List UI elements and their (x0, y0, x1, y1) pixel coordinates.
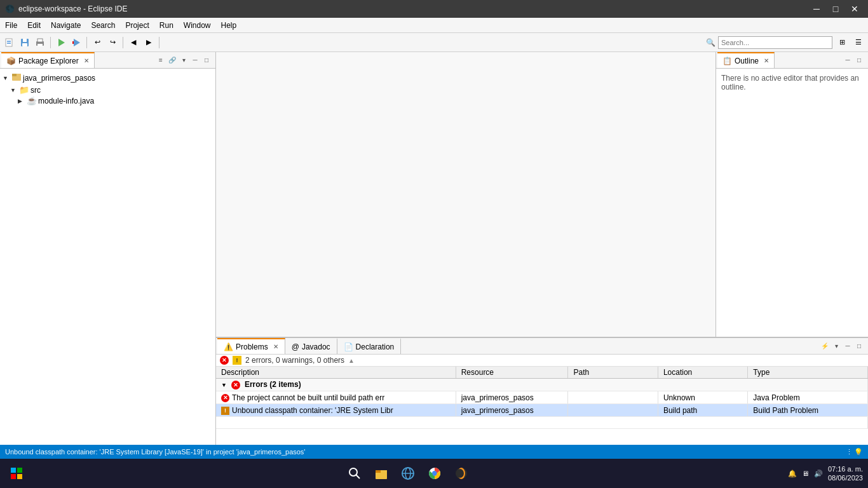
problem-1-error-icon: ✕ (221, 394, 229, 402)
javadoc-label: Javadoc (302, 342, 330, 351)
menu-window[interactable]: Window (179, 18, 216, 32)
problem-1-location: Unknown (658, 391, 747, 404)
declaration-icon: 📄 (344, 342, 353, 351)
minimize-panel-button[interactable]: ─ (190, 55, 200, 65)
taskbar-chrome[interactable] (423, 462, 446, 485)
problems-minimize-button[interactable]: ─ (843, 341, 853, 351)
maximize-panel-button[interactable]: □ (201, 55, 212, 65)
toolbar-undo-button[interactable]: ↩ (90, 36, 104, 50)
group-error-icon: ✕ (231, 381, 240, 390)
package-explorer-close-icon[interactable]: ✕ (84, 57, 89, 64)
module-label: module-info.java (38, 97, 94, 105)
tree-src-item[interactable]: ▼ 📁 src (0, 85, 215, 95)
toolbar-sep-4 (159, 37, 159, 48)
bottom-tab-controls: ⚡ ▾ ─ □ (820, 341, 867, 351)
taskbar-eclipse[interactable] (450, 462, 473, 485)
menu-navigate[interactable]: Navigate (46, 18, 86, 32)
menu-help[interactable]: Help (216, 18, 242, 32)
svg-line-20 (356, 475, 360, 479)
toolbar-print-button[interactable] (33, 36, 47, 50)
bottom-content: ✕ ! 2 errors, 0 warnings, 0 others ▲ Des… (216, 355, 868, 445)
src-expand-arrow[interactable]: ▼ (10, 87, 18, 93)
svg-rect-8 (37, 44, 43, 46)
toolbar-redo-button[interactable]: ↪ (105, 36, 119, 50)
problems-close-icon[interactable]: ✕ (273, 343, 278, 350)
package-explorer-label: Package Explorer (18, 57, 79, 65)
toolbar-new-button[interactable] (3, 36, 17, 50)
taskbar-browser[interactable] (397, 462, 419, 485)
problem-1-description: ✕ The project cannot be built until buil… (216, 391, 456, 404)
outline-minimize-button[interactable]: ─ (843, 55, 853, 65)
col-type[interactable]: Type (748, 367, 868, 379)
menu-search[interactable]: Search (86, 18, 120, 32)
svg-point-19 (349, 468, 357, 476)
tree-module-item[interactable]: ▶ ☕ module-info.java (0, 95, 215, 106)
toolbar-forward-button[interactable]: ▶ (142, 36, 156, 50)
outline-maximize-button[interactable]: □ (854, 55, 864, 65)
svg-marker-10 (74, 39, 80, 46)
problems-tab[interactable]: ⚠️ Problems ✕ (217, 338, 285, 354)
problems-view-menu-button[interactable]: ▾ (831, 341, 841, 351)
collapse-all-button[interactable]: ≡ (156, 55, 166, 65)
warning-count-icon: ! (233, 356, 241, 365)
group-arrow[interactable]: ▼ (221, 382, 227, 388)
errors-group-row[interactable]: ▼ ✕ Errors (2 items) (216, 379, 868, 391)
toolbar-search-area: 🔍 ⊞ ☰ (706, 36, 865, 50)
menu-edit[interactable]: Edit (22, 18, 46, 32)
taskbar-display-icon: 🖥 (802, 470, 809, 477)
taskbar-explorer[interactable] (370, 462, 393, 485)
taskbar-clock[interactable]: 07:16 a. m. 08/06/2023 (828, 464, 863, 483)
taskbar-time: 07:16 a. m. (828, 464, 863, 473)
tree-content: ▼ java_primeros_pasos ▼ 📁 src ▶ (0, 69, 215, 445)
col-resource[interactable]: Resource (456, 367, 568, 379)
menu-run[interactable]: Run (154, 18, 179, 32)
package-explorer-tab[interactable]: 📦 Package Explorer ✕ (1, 52, 95, 68)
declaration-tab[interactable]: 📄 Declaration (337, 338, 402, 354)
toolbar-sep-1 (50, 37, 51, 48)
toolbar-run-button[interactable] (54, 36, 68, 50)
col-path[interactable]: Path (568, 367, 658, 379)
link-with-editor-button[interactable]: 🔗 (167, 55, 177, 65)
svg-rect-11 (72, 41, 74, 44)
search-input[interactable] (718, 36, 832, 49)
svg-rect-23 (381, 470, 387, 473)
outline-close-icon[interactable]: ✕ (764, 57, 769, 64)
project-expand-arrow[interactable]: ▼ (3, 75, 10, 81)
toolbar-debug-button[interactable] (69, 36, 83, 50)
problems-filter-button[interactable]: ⚡ (820, 341, 830, 351)
svg-rect-5 (22, 43, 27, 46)
svg-rect-7 (37, 39, 43, 42)
col-location[interactable]: Location (658, 367, 747, 379)
close-button[interactable]: ✕ (846, 3, 863, 15)
toolbar-back-button[interactable]: ◀ (126, 36, 140, 50)
col-description[interactable]: Description (216, 367, 456, 379)
errors-group-label: ▼ ✕ Errors (2 items) (216, 379, 868, 391)
module-expand-arrow[interactable]: ▶ (18, 98, 25, 104)
menu-file[interactable]: File (0, 18, 22, 32)
start-button[interactable] (5, 462, 28, 485)
outline-tab-bar: 📋 Outline ✕ ─ □ (716, 52, 868, 69)
toolbar-view-menu-button[interactable]: ☰ (851, 36, 865, 50)
problems-icon: ⚠️ (224, 342, 233, 351)
view-menu-button[interactable]: ▾ (179, 55, 189, 65)
src-label: src (31, 86, 41, 95)
maximize-button[interactable]: □ (827, 3, 844, 15)
problems-maximize-button[interactable]: □ (854, 341, 864, 351)
toolbar-perspective-button[interactable]: ⊞ (835, 36, 849, 50)
problem-row-2[interactable]: ! Unbound classpath container: 'JRE Syst… (216, 404, 868, 417)
editor-area (216, 52, 715, 337)
collapse-icon[interactable]: ▲ (348, 357, 355, 364)
problem-row-1[interactable]: ✕ The project cannot be built until buil… (216, 391, 868, 404)
tree-project-item[interactable]: ▼ java_primeros_pasos (0, 71, 215, 85)
menu-project[interactable]: Project (120, 18, 154, 32)
toolbar-save-button[interactable] (18, 36, 32, 50)
menu-bar: File Edit Navigate Search Project Run Wi… (0, 18, 868, 33)
javadoc-tab[interactable]: @ Javadoc (285, 338, 337, 354)
taskbar-search[interactable] (343, 462, 366, 485)
minimize-button[interactable]: ─ (808, 3, 825, 15)
taskbar-right: 🔔 🖥 🔊 07:16 a. m. 08/06/2023 (788, 464, 863, 483)
title-bar-controls: ─ □ ✕ (808, 3, 863, 15)
package-explorer-icon: 📦 (6, 57, 16, 65)
outline-tab[interactable]: 📋 Outline ✕ (717, 52, 775, 68)
problem-2-location: Build path (658, 404, 747, 417)
